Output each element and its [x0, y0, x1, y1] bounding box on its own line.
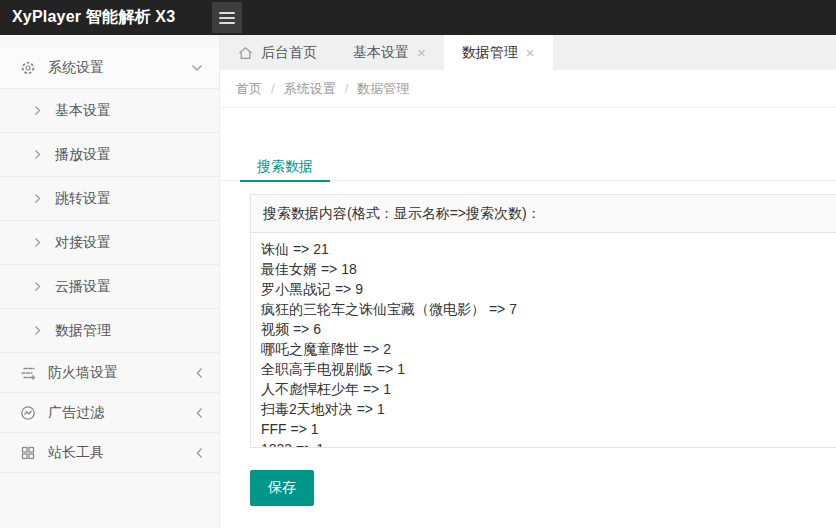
tab-search-data[interactable]: 搜索数据 — [240, 151, 330, 182]
tab-label: 基本设置 — [353, 44, 409, 62]
sidebar-item-cloud-play-settings[interactable]: 云播设置 — [0, 265, 219, 309]
search-data-panel: 搜索数据内容(格式：显示名称=>搜索次数)： — [250, 194, 836, 448]
sidebar-toggle-button[interactable] — [212, 2, 242, 33]
chevron-right-icon — [34, 237, 41, 248]
hamburger-icon — [218, 11, 236, 25]
chevron-right-icon — [34, 105, 41, 116]
chevron-right-icon — [34, 149, 41, 160]
sidebar-group-label: 系统设置 — [48, 59, 191, 77]
close-icon[interactable]: × — [526, 45, 535, 60]
breadcrumb: 首页 / 系统设置 / 数据管理 — [220, 70, 836, 108]
sidebar-item-label: 云播设置 — [55, 278, 111, 296]
sidebar-item-jump-settings[interactable]: 跳转设置 — [0, 177, 219, 221]
tab-label: 后台首页 — [261, 44, 317, 62]
tab-basic-settings[interactable]: 基本设置 × — [335, 35, 444, 70]
breadcrumb-system-settings[interactable]: 系统设置 — [284, 80, 336, 98]
sidebar-item-play-settings[interactable]: 播放设置 — [0, 133, 219, 177]
tab-admin-home[interactable]: 后台首页 — [220, 35, 335, 70]
chevron-right-icon — [34, 193, 41, 204]
chevron-left-icon — [195, 367, 203, 379]
chevron-down-icon — [191, 64, 203, 72]
sidebar-group-firewall-settings[interactable]: 防火墙设置 — [0, 353, 219, 393]
sidebar-group-label: 站长工具 — [48, 444, 195, 462]
close-icon[interactable]: × — [417, 45, 426, 60]
firewall-icon — [20, 365, 36, 381]
breadcrumb-home[interactable]: 首页 — [236, 80, 262, 98]
sidebar-group-label: 防火墙设置 — [48, 364, 195, 382]
sidebar-group-system-settings[interactable]: 系统设置 — [0, 47, 219, 89]
ad-filter-icon — [20, 405, 36, 421]
sidebar-group-label: 广告过滤 — [48, 404, 195, 422]
home-icon — [238, 46, 253, 60]
admin-page: XyPlayer 智能解析 X3 系统设置 基本设置 — [0, 0, 836, 528]
chevron-right-icon — [34, 325, 41, 336]
chevron-left-icon — [195, 447, 203, 459]
breadcrumb-separator: / — [271, 81, 275, 96]
sidebar-item-data-management[interactable]: 数据管理 — [0, 309, 219, 353]
gear-icon — [20, 60, 36, 76]
sidebar-item-label: 播放设置 — [55, 146, 111, 164]
sidebar-group-webmaster-tools[interactable]: 站长工具 — [0, 433, 219, 473]
sidebar: 系统设置 基本设置 播放设置 跳转设置 对接设置 — [0, 35, 220, 528]
content: 搜索数据 搜索数据内容(格式：显示名称=>搜索次数)： 保存 — [220, 108, 836, 506]
webmaster-tools-icon — [20, 445, 36, 461]
tab-data-management[interactable]: 数据管理 × — [444, 35, 553, 70]
sidebar-item-label: 基本设置 — [55, 102, 111, 120]
sidebar-group-ad-filter[interactable]: 广告过滤 — [0, 393, 219, 433]
sidebar-item-label: 数据管理 — [55, 322, 111, 340]
breadcrumb-separator: / — [345, 81, 349, 96]
sidebar-item-label: 跳转设置 — [55, 190, 111, 208]
content-tabstrip: 搜索数据 — [220, 150, 836, 181]
sidebar-item-label: 对接设置 — [55, 234, 111, 252]
main-area: 后台首页 基本设置 × 数据管理 × 首页 / 系统设置 / 数据管理 — [220, 35, 836, 528]
page-tabbar: 后台首页 基本设置 × 数据管理 × — [220, 35, 836, 70]
chevron-right-icon — [34, 281, 41, 292]
sidebar-item-basic-settings[interactable]: 基本设置 — [0, 89, 219, 133]
search-data-textarea[interactable] — [251, 233, 836, 447]
search-data-panel-header: 搜索数据内容(格式：显示名称=>搜索次数)： — [251, 195, 836, 233]
app-title: XyPlayer 智能解析 X3 — [0, 7, 210, 28]
save-button[interactable]: 保存 — [250, 470, 314, 506]
sidebar-item-docking-settings[interactable]: 对接设置 — [0, 221, 219, 265]
breadcrumb-data-management: 数据管理 — [357, 80, 409, 98]
tab-label: 数据管理 — [462, 44, 518, 62]
chevron-left-icon — [195, 407, 203, 419]
topbar: XyPlayer 智能解析 X3 — [0, 0, 836, 35]
